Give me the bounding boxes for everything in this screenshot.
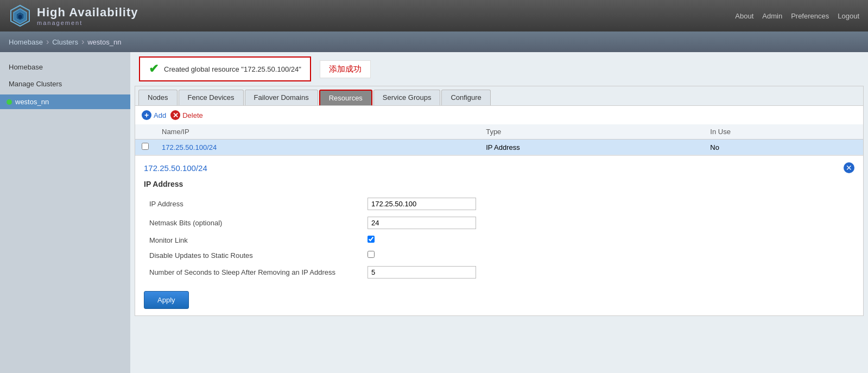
add-label: Add [154,111,166,119]
content-area: ✔ Created global resource "172.25.50.100… [130,52,868,373]
admin-link[interactable]: Admin [762,12,782,20]
detail-title-link[interactable]: 172.25.50.100/24 [144,163,207,173]
sleep-seconds-input[interactable] [368,266,476,279]
breadcrumb-homebase[interactable]: Homebase [9,38,43,46]
tab-container: Nodes Fence Devices Failover Domains Res… [135,86,864,316]
field-sleep-seconds: Number of Seconds to Sleep After Removin… [145,263,853,281]
tab-failover-domains[interactable]: Failover Domains [245,90,318,105]
field-netmask-value[interactable] [363,214,853,232]
field-disable-updates: Disable Updates to Static Routes [145,248,853,262]
check-icon: ✔ [149,62,159,76]
cluster-name: westos_nn [15,98,49,106]
sidebar-homebase-label: Homebase [9,63,43,71]
resources-table: Name/IP Type In Use 172.25.50.100/24 IP … [135,124,863,155]
cluster-status-dot [7,99,12,105]
sidebar-item-homebase[interactable]: Homebase [0,59,130,75]
delete-icon: ✕ [170,110,180,120]
app-title: High Availability management [37,5,138,26]
breadcrumb-sep-2: › [81,37,84,47]
svg-marker-3 [18,14,22,20]
detail-title: 172.25.50.100/24 ✕ [144,162,854,173]
field-ip-address: IP Address [145,195,853,213]
tab-service-groups[interactable]: Service Groups [373,90,441,105]
row-type: IP Address [479,140,704,155]
field-sleep-label: Number of Seconds to Sleep After Removin… [145,263,362,281]
success-text-cn: 添加成功 [320,60,371,78]
netmask-input[interactable] [368,217,476,229]
detail-form: IP Address Netmask Bits (optional) [144,194,854,282]
notification-box: ✔ Created global resource "172.25.50.100… [139,56,311,81]
sidebar: Homebase Manage Clusters westos_nn [0,52,130,373]
app-title-main: High Availability [37,5,138,20]
field-sleep-value[interactable] [363,263,853,281]
ip-address-input[interactable] [368,198,476,210]
header-nav: About Admin Preferences Logout [735,12,859,20]
apply-button[interactable]: Apply [144,291,189,309]
row-checkbox[interactable] [142,143,149,150]
field-ip-label: IP Address [145,195,362,213]
tab-configure[interactable]: Configure [441,90,490,105]
field-monitor-link: Monitor Link [145,233,853,247]
main-container: Homebase Manage Clusters westos_nn ✔ Cre… [0,52,868,373]
col-type: Type [479,124,704,140]
delete-label: Delete [182,111,203,119]
detail-section-title: IP Address [144,180,854,188]
resource-link[interactable]: 172.25.50.100/24 [162,143,217,151]
about-link[interactable]: About [735,12,753,20]
sidebar-manage-clusters-label: Manage Clusters [9,80,62,88]
breadcrumb: Homebase › Clusters › westos_nn [0,31,868,52]
notification-bar: ✔ Created global resource "172.25.50.100… [130,52,868,86]
disable-updates-checkbox[interactable] [368,251,375,258]
sidebar-item-manage-clusters[interactable]: Manage Clusters [0,75,130,92]
breadcrumb-clusters[interactable]: Clusters [52,38,78,46]
row-name-ip[interactable]: 172.25.50.100/24 [155,140,479,155]
col-checkbox [135,124,155,140]
breadcrumb-cluster-name: westos_nn [87,38,121,46]
field-ip-value[interactable] [363,195,853,213]
tabs-bar: Nodes Fence Devices Failover Domains Res… [135,86,863,106]
preferences-link[interactable]: Preferences [791,12,829,20]
app-title-sub: management [37,20,138,26]
detail-panel: 172.25.50.100/24 ✕ IP Address IP Address [135,155,863,315]
field-monitor-label: Monitor Link [145,233,362,247]
monitor-link-checkbox[interactable] [368,236,375,243]
tab-nodes[interactable]: Nodes [138,90,178,105]
header: High Availability management About Admin… [0,0,868,31]
resources-toolbar: + Add ✕ Delete [135,106,863,124]
add-button[interactable]: + Add [142,110,166,120]
logo: High Availability management [9,4,138,27]
field-disable-label: Disable Updates to Static Routes [145,248,362,262]
plus-icon: + [142,110,151,120]
sidebar-cluster-westos-nn[interactable]: westos_nn [0,94,130,109]
field-disable-value[interactable] [363,248,853,262]
tab-fence-devices[interactable]: Fence Devices [179,90,244,105]
table-row: 172.25.50.100/24 IP Address No [135,140,863,155]
delete-button[interactable]: ✕ Delete [170,110,203,120]
logo-icon [9,4,31,27]
field-monitor-value[interactable] [363,233,853,247]
notification-message: Created global resource "172.25.50.100/2… [164,65,301,73]
logout-link[interactable]: Logout [838,12,859,20]
tab-resources[interactable]: Resources [319,90,372,105]
field-netmask-label: Netmask Bits (optional) [145,214,362,232]
col-name-ip: Name/IP [155,124,479,140]
field-netmask: Netmask Bits (optional) [145,214,853,232]
breadcrumb-sep-1: › [46,37,49,47]
row-checkbox-cell[interactable] [135,140,155,155]
col-in-use: In Use [704,124,863,140]
row-in-use: No [704,140,863,155]
close-button[interactable]: ✕ [844,162,854,173]
